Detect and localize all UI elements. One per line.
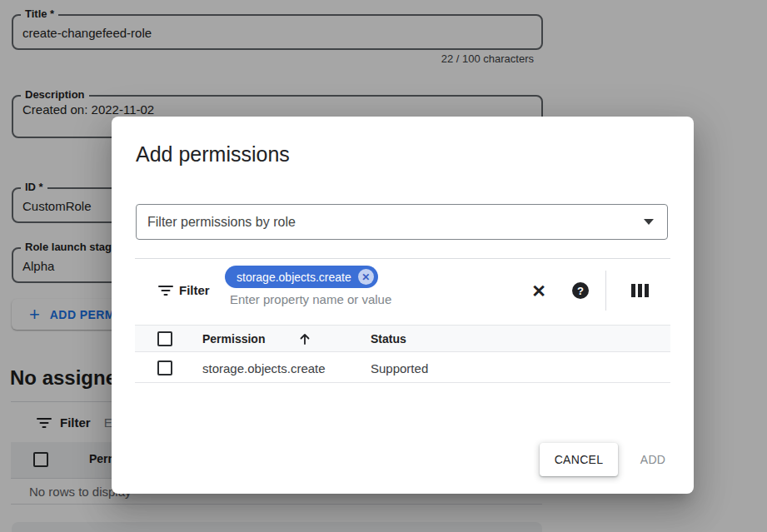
status-column-header[interactable]: Status: [371, 332, 406, 346]
table-row[interactable]: storage.objects.create Supported: [135, 353, 670, 383]
clear-filter-icon: ✕: [531, 282, 546, 300]
row-checkbox[interactable]: [157, 360, 172, 375]
permission-column-header[interactable]: Permission: [202, 332, 265, 346]
remove-chip-icon[interactable]: ✕: [358, 269, 374, 285]
dialog-title: Add permissions: [136, 142, 290, 167]
status-cell: Supported: [371, 360, 428, 375]
permissions-table-header: Permission Status: [135, 325, 670, 352]
filter-label: Filter: [179, 283, 210, 297]
help-icon: ?: [572, 282, 589, 299]
filter-chip[interactable]: storage.objects.create ✕: [225, 266, 378, 288]
permission-cell: storage.objects.create: [202, 360, 326, 375]
select-all-checkbox[interactable]: [157, 331, 172, 346]
add-permissions-dialog: Add permissions Filter permissions by ro…: [112, 117, 694, 494]
sort-ascending-icon[interactable]: [298, 332, 311, 346]
filter-icon: [158, 286, 173, 296]
permissions-filter-input[interactable]: [228, 291, 465, 307]
filter-chip-text: storage.objects.create: [237, 271, 351, 284]
filter-permissions-by-role-dropdown[interactable]: Filter permissions by role: [136, 204, 668, 240]
column-display-button[interactable]: [625, 276, 655, 306]
dropdown-value: Filter permissions by role: [147, 215, 644, 230]
add-button[interactable]: ADD: [628, 443, 678, 476]
cancel-button[interactable]: CANCEL: [540, 443, 618, 476]
divider: [135, 258, 670, 259]
divider: [605, 271, 606, 311]
clear-filter-button[interactable]: ✕: [524, 276, 554, 306]
columns-icon: [631, 284, 649, 297]
dropdown-arrow-icon: [644, 219, 654, 225]
help-button[interactable]: ?: [565, 276, 595, 306]
